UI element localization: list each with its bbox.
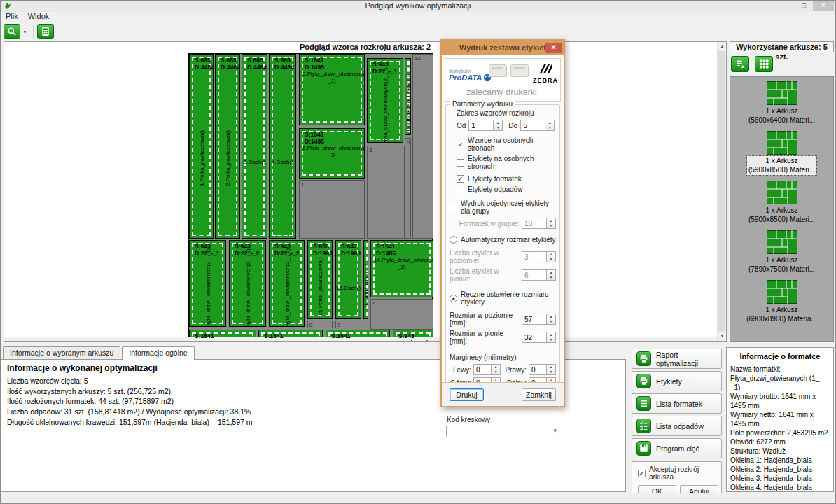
waste-area-4: 4 <box>370 299 433 330</box>
part-panel-22[interactable]: S:1641D:1495 <box>326 330 390 342</box>
checkbox-etykiety-formatek[interactable]: ✓ <box>457 175 464 183</box>
part-panel-6[interactable]: S:1641D:14956.Płyta_drzwi_otwieranych(1-… <box>299 128 365 178</box>
checkbox-wydruk-pojedynczej[interactable] <box>450 204 457 211</box>
sheet-item-2[interactable]: 1 x Arkusz(5900x8500) Materi... <box>730 131 833 175</box>
prawy-spinner[interactable] <box>547 364 556 375</box>
sheet-item-5[interactable]: 1 x Arkusz(6900x8900) Materia... <box>730 280 833 324</box>
part-panel-20[interactable]: S:1641D:1495 <box>189 330 256 342</box>
sheet-item-1[interactable]: 1 x Arkusz(5600x6400) Materi... <box>730 81 833 125</box>
part-panel-14[interactable]: S:1641D:148514.Płyta_drzwi_otwieranych(1… <box>370 240 433 298</box>
dialog-close-button[interactable]: Zamknij <box>522 388 556 401</box>
part-panel-1[interactable]: S:665D:44641.Półka_pawlaczowa() <box>189 54 214 239</box>
lewy-spinner[interactable] <box>492 364 501 375</box>
scroll-up-icon[interactable]: ▲ <box>718 42 727 51</box>
checkbox-wzorce-osobne[interactable]: ✓ <box>457 141 464 148</box>
part-name: 12.Płyta_drzwi_otwieranych(2_-_2) <box>284 248 290 327</box>
sheets-list: 1 x Arkusz(5600x6400) Materi...1 x Arkus… <box>730 76 834 342</box>
waste-area-3: 3 <box>367 146 405 239</box>
printer-image-2 <box>510 64 529 77</box>
waste-number: 8 <box>309 322 312 328</box>
program-ciec-button[interactable]: Program cięć <box>632 438 722 458</box>
format-line: Okleina 3: Hacjenda_biala <box>730 474 830 483</box>
radio-automatyczny-rozmiar[interactable] <box>450 236 457 244</box>
menu-plik[interactable]: Plik <box>6 12 18 22</box>
waste-area-1: 1 <box>299 180 365 239</box>
part-name: 4.Dach() <box>270 159 295 165</box>
scroll-down-icon[interactable]: ▼ <box>718 332 727 341</box>
title-bar: Podgląd wyników optymalizacji – □ ✕ <box>1 1 835 12</box>
dialog-close-icon[interactable]: ✕ <box>545 43 562 53</box>
part-panel-5[interactable]: S:1641D:14955.Płyta_drzwi_otwieranych(1-… <box>299 54 365 125</box>
radio-label: Automatyczny rozmiar etykiety <box>461 236 556 244</box>
lista-formatek-button[interactable]: Lista formatek <box>632 393 722 414</box>
waste-number: 5 <box>407 139 410 146</box>
format-line: Nazwa formatki: Płyta_drzwi_otwieranych … <box>730 365 830 392</box>
canvas-vertical-scrollbar[interactable]: ▲ ▼ <box>717 42 726 341</box>
part-panel-4[interactable]: S:665D:44644.Dach() <box>269 54 296 239</box>
barcode-combobox[interactable] <box>446 426 559 438</box>
lewy-input[interactable] <box>473 364 492 375</box>
sheet-item-4[interactable]: 1 x Arkusz(7890x7500) Materi... <box>730 230 833 274</box>
part-panel-21[interactable]: S:1641D:1495 <box>258 330 323 342</box>
formatek-w-grupie-input[interactable] <box>522 218 547 229</box>
zoom-button[interactable] <box>4 24 20 39</box>
rozmiar-poziom-spinner[interactable] <box>547 314 556 325</box>
minimize-button[interactable]: – <box>776 1 795 11</box>
raport-optymalizacji-button[interactable]: Raport optymalizacji <box>632 349 722 369</box>
waste-area-9: 9 <box>335 321 361 328</box>
accept-checkbox[interactable]: ✓ <box>638 470 646 477</box>
rozmiar-pion-input[interactable] <box>522 332 547 343</box>
part-panel-15[interactable]: S:665D:199015.Półka_pawlaczowa() <box>307 240 333 319</box>
liczba-poziom-spinner[interactable] <box>547 251 556 262</box>
od-input[interactable] <box>468 120 494 131</box>
liczba-pion-spinner[interactable] <box>547 270 556 281</box>
part-panel-12[interactable]: S:943D:22_-_212.Płyta_drzwi_otwieranych(… <box>269 240 305 327</box>
restore-button[interactable]: □ <box>795 1 813 11</box>
part-panel-3[interactable]: S:665D:44643.Dach() <box>242 54 267 239</box>
do-input[interactable] <box>520 120 545 131</box>
part-panel-19[interactable]: 19.Sufit() 1090x100 <box>363 240 368 319</box>
part-panel-16[interactable]: S:647D:199016.Dach() <box>335 240 361 319</box>
part-name: 14.Płyta_drzwi_otwieranych(1-_2) <box>371 257 433 270</box>
liczba-poziom-input[interactable] <box>522 251 547 262</box>
sheet-grid-button[interactable] <box>755 56 773 72</box>
tab-informacje-o-wybranym-arkuszu[interactable]: Informacje o wybranym arkuszu <box>3 346 120 359</box>
part-panel-11[interactable]: S:943D:22_-_211.Płyta_drzwi_otwieranych(… <box>229 240 266 327</box>
group-title: Parametry wydruku <box>450 100 515 108</box>
calculator-button[interactable] <box>37 24 54 39</box>
tab-informacje-ogolne[interactable]: Informacje ogólne <box>122 346 194 360</box>
liczba-pion-input[interactable] <box>522 270 547 281</box>
part-dimensions: S:1641D:1495 <box>300 55 364 71</box>
format-line: Okleina 1: Hacjenda_biala <box>730 456 830 465</box>
od-spinner[interactable] <box>494 120 503 131</box>
part-panel-2[interactable]: S:665D:44642.Półka_pawlaczowa() <box>215 54 240 239</box>
do-spinner[interactable] <box>545 120 555 131</box>
checkbox-etykiety-osobne[interactable] <box>457 159 464 167</box>
sheet-thumbnail-icon <box>767 81 797 105</box>
formatek-spinner[interactable] <box>547 218 556 229</box>
part-panel-18[interactable]: 18.Obrzeże() 1090x118 <box>405 58 411 135</box>
rozmiar-pion-spinner[interactable] <box>547 332 556 343</box>
liczba-poziom-label: Liczba etykiet w poziomie: <box>450 249 519 265</box>
menu-widok[interactable]: Widok <box>28 12 50 22</box>
lista-odpadow-button[interactable]: Lista odpadów <box>632 416 722 436</box>
scrollbar-thumb[interactable] <box>718 51 725 332</box>
print-button[interactable]: Drukuj <box>450 388 484 401</box>
etykiety-button[interactable]: Etykiety <box>632 371 722 391</box>
window-title: Podgląd wyników optymalizacji <box>1 1 835 10</box>
sheet-list-button[interactable] <box>731 56 749 72</box>
checkbox-label: Wzorce na osobnych stronach <box>468 136 556 152</box>
radio-reczne-ustawienie[interactable]: ● <box>450 295 457 302</box>
zoom-dropdown-caret[interactable]: ▼ <box>20 24 29 39</box>
waste-area-12: 12 <box>412 54 433 239</box>
checkbox-etykiety-odpadow[interactable] <box>457 186 464 193</box>
sheet-thumbnail-icon <box>767 280 797 304</box>
action-button-label: Etykiety <box>656 377 682 386</box>
prawy-input[interactable] <box>529 364 547 375</box>
rozmiar-poziom-input[interactable] <box>522 314 547 325</box>
sheet-item-3[interactable]: 1 x Arkusz(5900x8500) Materi... <box>730 181 833 225</box>
close-button[interactable]: ✕ <box>813 1 834 11</box>
part-panel-10[interactable]: S:943D:22_-_110.Płyta_drzwi_otwieranych(… <box>189 240 226 327</box>
part-panel-9[interactable]: S:943D:22_-_19.Płyta_drzwi_otwieranych(2… <box>367 58 403 143</box>
part-panel-23[interactable]: S:94317.Płyta_drz <box>393 330 433 342</box>
